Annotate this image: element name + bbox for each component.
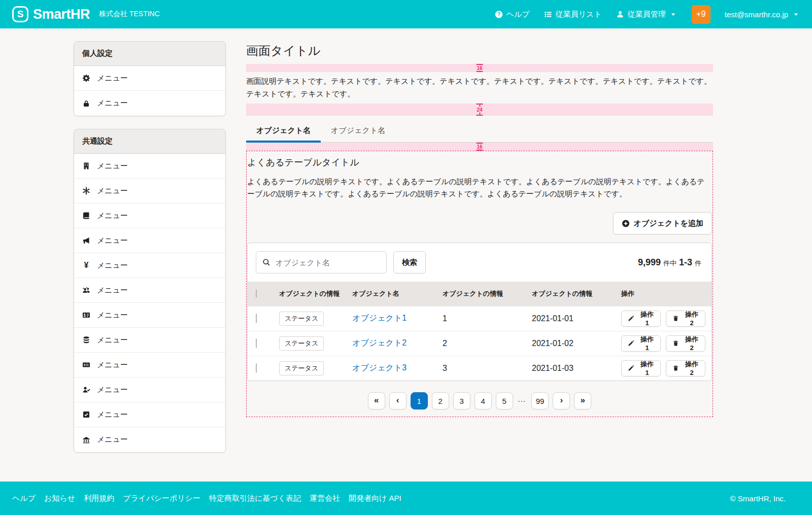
column-header: オブジェクトの情報 [526, 282, 615, 306]
spacing-annotation-16: 16 [246, 64, 713, 72]
action1-label: 操作1 [639, 335, 655, 352]
page-button-2[interactable]: 2 [432, 392, 449, 409]
spacing-value: 16 [476, 65, 483, 71]
footer-link-commerce-law[interactable]: 特定商取引法に基づく表記 [209, 494, 301, 503]
sidebar-item-menu[interactable]: $ メニュー [74, 353, 225, 377]
sidebar-item-menu[interactable]: メニュー [74, 303, 225, 328]
money-check-icon: $ [82, 361, 90, 369]
user-check-icon [82, 386, 90, 394]
footer-link-terms[interactable]: 利用規約 [84, 494, 114, 503]
footer-link-privacy[interactable]: プライバシーポリシー [123, 494, 200, 503]
status-badge: ステータス [279, 312, 324, 326]
tab-object-name[interactable]: オブジェクト名 [321, 120, 395, 142]
employee-mgmt-dropdown[interactable]: 従業員管理 [616, 10, 678, 19]
row-checkbox[interactable] [256, 363, 257, 373]
count-unit-label: 件 [695, 259, 701, 268]
spacing-annotation-16: 16 [246, 143, 713, 151]
plus-circle-icon [622, 219, 630, 227]
count-of-label: 件中 [663, 259, 676, 268]
search-row: 検索 9,999 件中 1-3 件 [248, 243, 712, 282]
object-link[interactable]: オブジェクト1 [352, 314, 407, 322]
sidebar-item-menu[interactable]: メニュー [74, 427, 225, 452]
sidebar-item-menu[interactable]: メニュー [74, 179, 225, 203]
sidebar-group-title: 個人設定 [74, 42, 225, 66]
select-all-checkbox[interactable] [256, 289, 257, 298]
spacing-annotation-24: 24 [246, 104, 713, 116]
sidebar-item-menu[interactable]: メニュー [74, 328, 225, 353]
add-object-button[interactable]: オブジェクトを追加 [613, 212, 712, 234]
check-square-icon [82, 410, 90, 419]
page-button-5[interactable]: 5 [496, 392, 513, 409]
sidebar-item-menu[interactable]: メニュー [74, 228, 225, 253]
sidebar-item-menu[interactable]: メニュー [74, 402, 225, 427]
smarthr-logo[interactable]: S SmartHR [12, 6, 90, 22]
book-icon [82, 212, 90, 220]
search-button[interactable]: 検索 [393, 251, 426, 273]
pencil-icon [627, 364, 635, 372]
footer-link-help[interactable]: ヘルプ [12, 494, 36, 503]
sidebar: 個人設定 メニュー メニュー 共通設定 メニュー [74, 41, 226, 465]
page-button-99[interactable]: 99 [531, 392, 549, 409]
tab-object-name-active[interactable]: オブジェクト名 [246, 120, 321, 142]
object-link[interactable]: オブジェクト3 [352, 363, 407, 372]
building-icon [82, 162, 90, 170]
row-actions: 操作1 操作2 [621, 335, 705, 352]
page-title: 画面タイトル [246, 43, 713, 59]
search-input[interactable] [275, 258, 380, 267]
add-object-label: オブジェクトを追加 [634, 219, 703, 228]
search-field[interactable] [256, 251, 387, 273]
sidebar-item-label: メニュー [97, 360, 128, 370]
trash-icon [671, 315, 680, 323]
id-card-icon [82, 311, 90, 319]
sidebar-item-menu[interactable]: メニュー [74, 154, 225, 179]
sidebar-item-label: メニュー [97, 211, 128, 221]
footer-link-company[interactable]: 運営会社 [310, 494, 340, 503]
action1-button[interactable]: 操作1 [621, 335, 661, 352]
sidebar-item-menu[interactable]: メニュー [74, 203, 225, 228]
footer-link-developer-api[interactable]: 開発者向け API [349, 494, 401, 503]
footer-link-news[interactable]: お知らせ [44, 494, 75, 503]
action2-button[interactable]: 操作2 [666, 360, 705, 376]
action1-button[interactable]: 操作1 [621, 311, 661, 327]
page-button-1[interactable]: 1 [411, 392, 428, 409]
account-dropdown[interactable]: test@smarthr.co.jp [725, 10, 800, 19]
object-link[interactable]: オブジェクト2 [352, 338, 407, 347]
help-link[interactable]: ? ヘルプ [495, 10, 530, 19]
sidebar-item-menu[interactable]: ¥ メニュー [74, 253, 225, 278]
notification-badge[interactable]: +9 [692, 5, 710, 24]
section-actions: オブジェクトを追加 [247, 212, 712, 234]
sidebar-item-label: メニュー [97, 286, 128, 295]
action2-button[interactable]: 操作2 [666, 335, 705, 352]
sidebar-group-common-settings: 共通設定 メニュー メニュー メニュー [74, 129, 226, 453]
action2-button[interactable]: 操作2 [666, 311, 705, 327]
spacing-value: 16 [476, 144, 483, 149]
sidebar-item-menu[interactable]: メニュー [74, 66, 225, 91]
app-footer: ヘルプ お知らせ 利用規約 プライバシーポリシー 特定商取引法に基づく表記 運営… [0, 482, 812, 515]
row-checkbox[interactable] [256, 338, 257, 348]
svg-text:?: ? [497, 11, 500, 17]
prev-page-button[interactable]: ‹ [389, 392, 407, 409]
action1-button[interactable]: 操作1 [621, 360, 661, 376]
sidebar-group-title: 共通設定 [74, 129, 225, 154]
last-page-button[interactable]: » [574, 392, 591, 409]
megaphone-icon [82, 236, 90, 245]
sidebar-item-label: メニュー [97, 311, 128, 320]
sidebar-item-label: メニュー [97, 335, 128, 345]
list-icon [544, 10, 552, 18]
next-page-button[interactable]: › [553, 392, 570, 409]
status-badge: ステータス [279, 336, 324, 351]
pencil-icon [627, 315, 635, 323]
employee-list-link[interactable]: 従業員リスト [544, 10, 602, 19]
sidebar-item-label: メニュー [97, 435, 128, 444]
page-button-3[interactable]: 3 [453, 392, 470, 409]
sidebar-item-menu[interactable]: メニュー [74, 278, 225, 303]
count-range: 1-3 [679, 257, 692, 268]
first-page-button[interactable]: « [368, 392, 385, 409]
object-info-cell: 1 [436, 306, 526, 331]
header-nav: ? ヘルプ 従業員リスト 従業員管理 +9 test@smarthr.co.jp [495, 5, 800, 24]
row-checkbox[interactable] [256, 314, 257, 323]
sidebar-item-menu[interactable]: メニュー [74, 377, 225, 402]
sidebar-item-menu[interactable]: メニュー [74, 91, 225, 116]
page-button-4[interactable]: 4 [475, 392, 492, 409]
help-label: ヘルプ [506, 10, 530, 19]
